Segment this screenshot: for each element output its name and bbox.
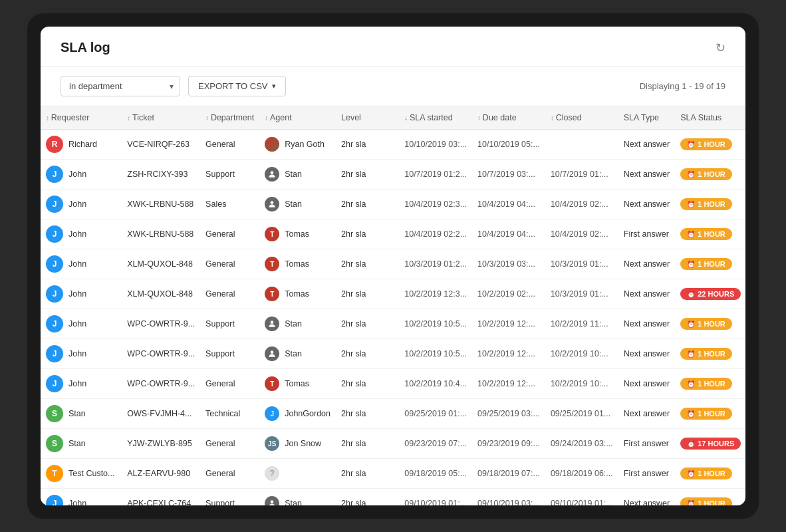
department-dropdown[interactable]: in department General Support Sales Tech… — [61, 76, 180, 96]
cell-requester: J John — [41, 369, 122, 399]
table-row[interactable]: R Richard VCE-NIRQF-263General Ryan Goth… — [41, 130, 745, 160]
sla-status-text: 1 HOUR — [698, 499, 725, 505]
cell-department: General — [200, 369, 259, 399]
cell-sla-status: ⏰ 17 HOURS — [675, 429, 745, 459]
agent-name: Stan — [285, 319, 302, 329]
sla-status-text: 22 HOURS — [698, 290, 734, 298]
cell-level: 2hr sla — [336, 339, 399, 369]
col-ticket[interactable]: Ticket — [122, 106, 200, 130]
col-requester[interactable]: Requester — [41, 106, 122, 130]
cell-requester: S Stan — [41, 399, 122, 429]
cell-closed: 10/4/2019 02:... — [545, 190, 618, 219]
table-row[interactable]: T Test Custo... ALZ-EARVU-980General?2hr… — [41, 459, 745, 489]
sla-status-badge: ⏰ 1 HOUR — [680, 497, 732, 505]
table-row[interactable]: J John ZSH-RCIXY-393Support Stan2hr sla1… — [41, 160, 745, 190]
table-row[interactable]: J John XWK-LRBNU-588General T Tomas2hr s… — [41, 219, 745, 249]
agent-name: Jon Snow — [285, 439, 321, 448]
cell-sla-type: Next answer — [618, 279, 675, 309]
cell-closed: 10/2/2019 10:... — [545, 369, 618, 399]
cell-closed: 10/3/2019 01:... — [545, 279, 618, 309]
toolbar-left: in department General Support Sales Tech… — [61, 76, 286, 96]
cell-sla-started: 09/18/2019 05:... — [399, 459, 472, 489]
svg-point-3 — [271, 350, 274, 354]
displaying-info: Displaying 1 - 19 of 19 — [640, 81, 725, 91]
agent-name: Ryan Goth — [285, 140, 325, 149]
svg-point-0 — [271, 171, 274, 174]
col-sla-type: SLA Type — [618, 106, 675, 130]
avatar: J — [46, 166, 63, 183]
table-row[interactable]: J John WPC-OWRTR-9...Support Stan2hr sla… — [41, 309, 745, 339]
cell-due-date: 10/2/2019 12:... — [472, 309, 545, 339]
requester-name: John — [68, 289, 86, 299]
cell-department: General — [200, 429, 259, 459]
avatar: J — [46, 196, 63, 213]
col-department[interactable]: Department — [200, 106, 259, 130]
sla-status-badge: ⏰ 1 HOUR — [680, 348, 732, 360]
cell-sla-started: 10/2/2019 10:4... — [399, 369, 472, 399]
cell-due-date: 09/10/2019 03:... — [472, 489, 545, 506]
sla-status-badge: ⏰ 1 HOUR — [680, 228, 732, 240]
sla-status-badge: ⏰ 1 HOUR — [680, 168, 732, 180]
clock-icon: ⏰ — [687, 261, 695, 268]
cell-sla-type: First answer — [618, 219, 675, 249]
table-row[interactable]: J John WPC-OWRTR-9...Support Stan2hr sla… — [41, 339, 745, 369]
table-row[interactable]: S Stan YJW-ZWLYB-895General JS Jon Snow2… — [41, 429, 745, 459]
agent-name: Stan — [285, 170, 302, 179]
table-row[interactable]: J John XLM-QUXOL-848General T Tomas2hr s… — [41, 279, 745, 309]
requester-name: John — [68, 200, 86, 209]
cell-ticket: XWK-LRBNU-588 — [122, 219, 200, 249]
sla-status-badge: ⏰ 1 HOUR — [680, 467, 732, 479]
refresh-icon[interactable]: ↻ — [716, 41, 725, 55]
sla-status-text: 17 HOURS — [698, 440, 734, 448]
cell-due-date: 09/25/2019 03:... — [472, 399, 545, 429]
agent-avatar: JS — [265, 436, 279, 451]
cell-agent: ? — [259, 459, 336, 489]
col-agent[interactable]: Agent — [259, 106, 336, 130]
cell-closed: 10/4/2019 02:... — [545, 219, 618, 249]
table-row[interactable]: J John WPC-OWRTR-9...General T Tomas2hr … — [41, 369, 745, 399]
cell-closed: 09/25/2019 01... — [545, 399, 618, 429]
clock-icon: ⏰ — [687, 410, 695, 418]
app-container: SLA log ↻ in department General Support … — [41, 27, 745, 505]
cell-sla-started: 10/2/2019 12:3... — [399, 279, 472, 309]
cell-requester: T Test Custo... — [41, 459, 122, 489]
cell-level: 2hr sla — [336, 429, 399, 459]
cell-sla-status: ⏰ 1 HOUR — [675, 369, 745, 399]
cell-sla-started: 10/2/2019 10:5... — [399, 309, 472, 339]
cell-requester: J John — [41, 190, 122, 219]
cell-closed: 10/3/2019 01:... — [545, 249, 618, 279]
col-sla-started[interactable]: SLA started — [399, 106, 472, 130]
cell-ticket: WPC-OWRTR-9... — [122, 369, 200, 399]
cell-sla-type: First answer — [618, 459, 675, 489]
table-row[interactable]: J John XLM-QUXOL-848General T Tomas2hr s… — [41, 249, 745, 279]
cell-department: General — [200, 459, 259, 489]
cell-sla-started: 10/4/2019 02:2... — [399, 219, 472, 249]
agent-name: Stan — [285, 200, 302, 209]
cell-department: Sales — [200, 190, 259, 219]
sla-status-badge: ⏰ 17 HOURS — [680, 438, 741, 450]
cell-sla-started: 10/10/2019 03:... — [399, 130, 472, 160]
cell-agent: J JohnGordon — [259, 399, 336, 429]
table-row[interactable]: S Stan OWS-FVJMH-4...Technical J JohnGor… — [41, 399, 745, 429]
cell-sla-type: Next answer — [618, 489, 675, 506]
agent-avatar — [265, 197, 279, 211]
cell-sla-status: ⏰ 1 HOUR — [675, 459, 745, 489]
sla-status-text: 1 HOUR — [698, 170, 725, 178]
cell-department: General — [200, 279, 259, 309]
cell-agent: Stan — [259, 160, 336, 190]
cell-requester: J John — [41, 339, 122, 369]
cell-sla-status: ⏰ 1 HOUR — [675, 399, 745, 429]
sla-status-badge: ⏰ 1 HOUR — [680, 408, 732, 420]
requester-name: John — [68, 349, 86, 358]
table-container: Requester Ticket Department Agent Level … — [41, 106, 745, 505]
table-row[interactable]: J John APK-CEXLC-764Support Stan2hr sla0… — [41, 489, 745, 506]
col-closed[interactable]: Closed — [545, 106, 618, 130]
table-row[interactable]: J John XWK-LRBNU-588Sales Stan2hr sla10/… — [41, 190, 745, 219]
sla-status-text: 1 HOUR — [698, 230, 725, 238]
col-due-date[interactable]: Due date — [472, 106, 545, 130]
avatar: J — [46, 495, 63, 505]
col-level: Level — [336, 106, 399, 130]
department-select[interactable]: in department General Support Sales Tech… — [61, 76, 180, 96]
export-csv-button[interactable]: EXPORT TO CSV ▾ — [188, 76, 286, 96]
agent-avatar — [265, 317, 279, 331]
